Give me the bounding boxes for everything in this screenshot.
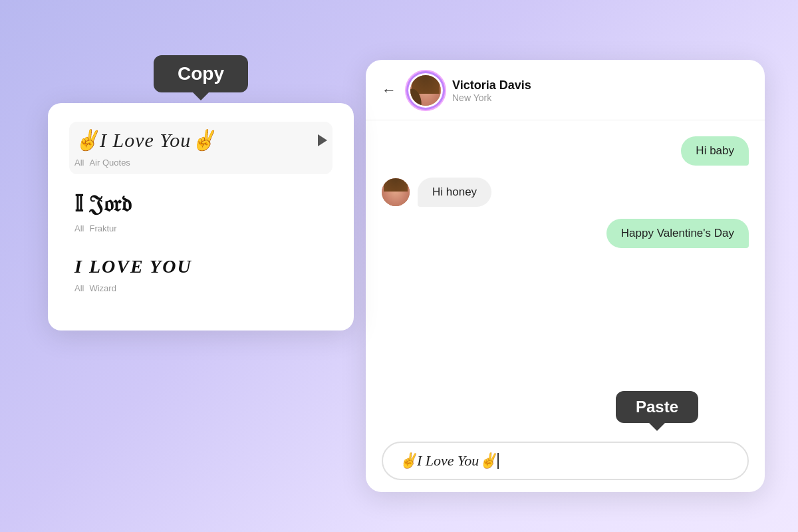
- contact-name: Victoria Davis: [452, 78, 749, 92]
- paste-label: Paste: [636, 398, 678, 416]
- contact-location: New York: [452, 92, 749, 103]
- style-item-wizard[interactable]: i LOVE YOU All Wizard: [69, 249, 332, 300]
- msg-avatar: [382, 178, 410, 206]
- style-item-air-quotes[interactable]: ✌️I Love You✌️ All Air Quotes: [69, 122, 332, 174]
- wizard-text: i LOVE YOU: [74, 256, 192, 277]
- tag-air-quotes: Air Quotes: [89, 158, 130, 168]
- message-1: Hi baby: [681, 136, 749, 166]
- tag-all-1: All: [74, 158, 84, 168]
- tag-wizard: Wizard: [89, 283, 116, 293]
- style-item-fraktur[interactable]: 𝕀 𝔍𝔬𝔯𝔡 All Fraktur: [69, 184, 332, 240]
- paste-tooltip[interactable]: Paste: [616, 391, 698, 423]
- chat-input[interactable]: ✌️I Love You✌️: [382, 442, 749, 480]
- message-3: Happy Valentine's Day: [606, 219, 749, 248]
- contact-info: Victoria Davis New York: [452, 78, 749, 103]
- tag-all-3: All: [74, 283, 84, 293]
- chat-input-area: Paste ✌️I Love You✌️: [366, 432, 765, 492]
- air-quotes-text: ✌️I Love You✌️: [74, 128, 216, 152]
- chat-header: ← Victoria Davis New York: [366, 60, 765, 120]
- input-value: ✌️I Love You✌️: [399, 452, 497, 469]
- copy-label: Copy: [178, 63, 224, 84]
- wizard-tags: All Wizard: [69, 280, 332, 300]
- chat-messages: Hi baby Hi honey Happy Valentine's Day: [366, 120, 765, 432]
- copy-tooltip[interactable]: Copy: [154, 55, 248, 92]
- tag-all-2: All: [74, 223, 84, 233]
- back-button[interactable]: ←: [382, 82, 396, 99]
- air-quotes-tags: All Air Quotes: [69, 154, 332, 174]
- chat-panel: ← Victoria Davis New York Hi baby Hi hon…: [366, 60, 765, 492]
- tag-fraktur: Fraktur: [89, 223, 116, 233]
- fraktur-text: 𝕀 𝔍𝔬𝔯𝔡: [74, 192, 131, 216]
- avatar: [408, 73, 443, 108]
- message-2-row: Hi honey: [382, 178, 749, 207]
- fraktur-tags: All Fraktur: [69, 220, 332, 240]
- chevron-right-icon: [318, 134, 327, 146]
- style-panel: Copy ✌️I Love You✌️ All Air Quotes 𝕀 𝔍𝔬𝔯…: [48, 103, 354, 331]
- message-2: Hi honey: [418, 178, 491, 207]
- cursor: [497, 453, 499, 469]
